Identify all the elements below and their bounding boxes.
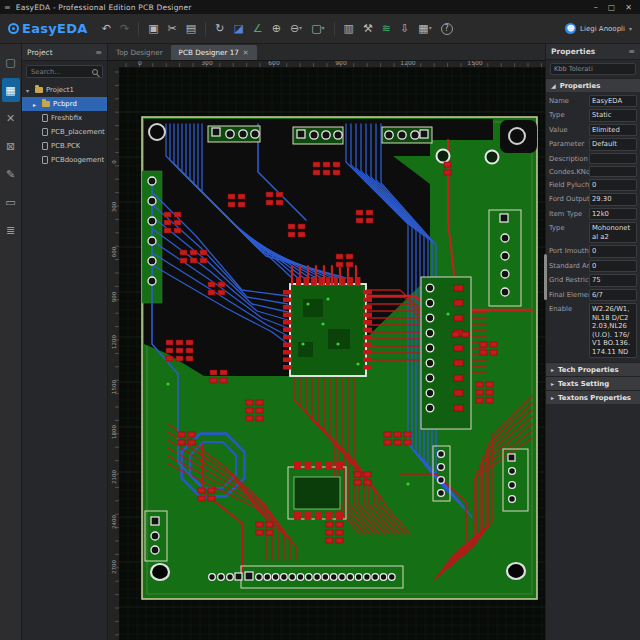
section-textons-properties[interactable]: ▸ Textons Properties [546,390,640,404]
undo-icon[interactable]: ↶ [102,23,111,34]
svg-text:2400: 2400 [111,515,117,529]
final-element-field[interactable]: 6/7 [589,289,637,301]
project-search-input[interactable]: Search... [26,65,103,78]
value-field[interactable]: Elimited [589,124,637,136]
panel-resize-handle[interactable] [544,254,547,300]
netlist-icon[interactable]: ≣ [2,218,20,242]
grid-restrict-field[interactable]: 75 [589,274,637,286]
parameter-field[interactable]: Default [589,138,637,150]
section-expand-icon: ▸ [551,380,554,387]
section-tech-properties[interactable]: ▸ Tech Properties [546,362,640,376]
footprint-icon[interactable]: ▭ [2,190,20,214]
condes-field[interactable] [589,166,637,177]
tools-icon[interactable]: ⚒ [363,23,373,34]
port-field[interactable]: 0 [589,245,637,257]
avatar: ☻ [565,23,576,34]
maximize-button[interactable]: ▢ [608,3,616,12]
tree-item-project1[interactable]: ▾ Project1 [22,83,107,97]
main-area: ▢ ▦ ✕ ⊠ ✎ ▭ ≣ Project ≡ Search... ▾ Proj [0,44,640,640]
properties-menu-icon[interactable]: ≡ [628,47,635,56]
redo-icon[interactable]: ↷ [120,23,129,34]
tree-item-freshbfix[interactable]: Freshbfix [22,111,107,125]
pcb-board[interactable] [142,117,537,599]
minimize-button[interactable]: – [594,3,598,12]
search-icon [92,69,98,75]
layer-view-icon[interactable]: ◪ [233,23,243,34]
section-expand-icon: ▸ [551,394,554,401]
ford-outputs-field[interactable]: 29.30 [589,193,637,205]
refresh-icon[interactable]: ↻ [215,23,224,34]
chevron-down-icon: ▾ [322,24,325,31]
snapshot-icon[interactable]: ▣ [148,23,158,34]
easyeda-logo-text: EasyEDA [22,21,88,36]
svg-text:1500: 1500 [467,61,482,66]
expand-arrow-icon[interactable]: ▾ [26,87,32,94]
frame-select-icon[interactable]: ▢▾ [311,23,324,34]
search-placeholder: Search... [31,68,92,76]
tree-item-pcbdoogement[interactable]: PCBdoogement [22,153,107,167]
file-icon [42,142,48,150]
close-button[interactable]: ✕ [625,3,632,12]
left-rail: ▢ ▦ ✕ ⊠ ✎ ▭ ≣ [0,44,22,640]
type-field[interactable]: Static [589,109,637,121]
file-icon[interactable]: ▢ [2,50,20,74]
properties-panel: Properties ≡ Kbb Tolerati ◢ Properties N… [545,44,640,640]
grid-settings-icon[interactable]: ▦▾ [418,23,431,34]
property-row: Final Element...6/7 [549,289,637,301]
description-field[interactable] [589,153,637,164]
property-row: ValueElimited [549,124,637,136]
property-row: Grid Restrict...75 [549,274,637,286]
project-tree: ▾ Project1 ▸ Pcbprd Freshbfix [22,83,107,640]
tab-top-designer[interactable]: Top Designer [108,45,171,60]
measure-icon[interactable]: ∠ [253,23,263,34]
cut-icon[interactable]: ✂ [168,23,177,34]
tree-item-pcb-placement[interactable]: PCB_placement [22,125,107,139]
svg-text:2700: 2700 [111,560,117,574]
export-board-icon[interactable]: ⊠ [2,134,20,158]
property-row: EnableW2.26/W1,NL18 D/C22.03,NL26 (U.O).… [549,303,637,358]
field-pylucho-field[interactable]: 0 [589,179,637,191]
property-row: Standard Area0 [549,260,637,272]
property-row: Port Imouth...0 [549,245,637,257]
tree-item-pcb-pck[interactable]: PCB.PCK [22,139,107,153]
tab-pcb-designer[interactable]: PCB Designer 17 ✕ [171,45,257,60]
name-field[interactable]: EasyEDA [589,95,637,107]
stats-icon[interactable]: ▥ [344,23,354,34]
project-menu-icon[interactable]: ≡ [95,48,102,57]
export-icon[interactable]: ⇩ [400,23,409,34]
properties-filter-field[interactable]: Kbb Tolerati [550,63,636,75]
zoom-out-icon[interactable]: ⊖▾ [290,23,302,34]
copy-icon[interactable]: ▤ [186,23,196,34]
section-expand-icon: ▸ [551,366,554,373]
section-texts-setting[interactable]: ▸ Texts Setting [546,376,640,390]
wave-check-icon[interactable]: ≋ [382,23,391,34]
pcb-canvas[interactable]: 0 300 600 900 1200 1500 0 300 600 900 12… [108,61,545,640]
user-account[interactable]: ☻ Liegi Anoopli ▾ [565,23,632,34]
section-properties[interactable]: ◢ Properties [546,78,640,92]
svg-text:600: 600 [111,246,117,257]
svg-text:0: 0 [111,160,117,164]
cross-probe-icon[interactable]: ✕ [2,106,20,130]
property-row: ParameterDefault [549,138,637,150]
app-window: ≡ EasyEDA - Professional Edition PCB Des… [0,0,640,640]
layers-board-icon[interactable]: ▦ [2,78,20,102]
enable-field[interactable]: W2.26/W1,NL18 D/C22.03,NL26 (U.O). 176/V… [589,303,637,358]
tree-item-pcbprd[interactable]: ▸ Pcbprd [22,97,107,111]
item-type-field[interactable]: 12k0 [589,208,637,220]
toolbar-divider [138,22,139,36]
edit-pen-icon[interactable]: ✎ [2,162,20,186]
property-row: Ford Outputs29.30 [549,193,637,205]
property-row: TypeStatic [549,109,637,121]
titlebar: ≡ EasyEDA - Professional Edition PCB Des… [0,0,640,14]
type2-field[interactable]: Mohononetal a2 [589,222,637,243]
chevron-down-icon: ▾ [629,25,632,32]
svg-text:1800: 1800 [111,425,117,439]
properties-panel-title: Properties [551,47,595,56]
standard-area-field[interactable]: 0 [589,260,637,272]
help-icon[interactable]: ? [441,23,453,35]
app-menu-icon[interactable]: ≡ [4,3,11,12]
property-row: Field Pylucho0 [549,179,637,191]
expand-arrow-icon[interactable]: ▸ [33,101,39,108]
close-tab-icon[interactable]: ✕ [243,49,249,57]
zoom-in-icon[interactable]: ⊕ [272,23,281,34]
